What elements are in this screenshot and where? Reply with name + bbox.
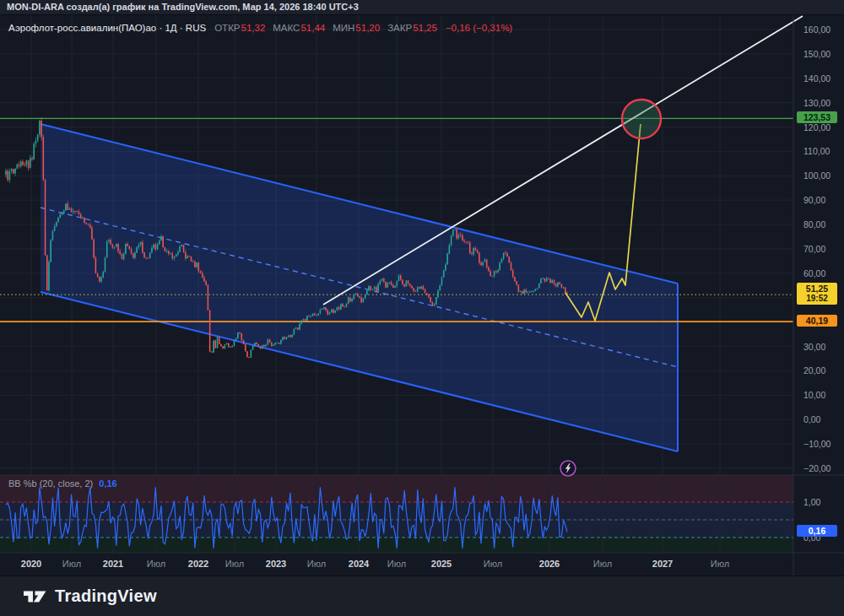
lightning-icon	[559, 459, 577, 478]
price-axis-label: 120,00	[803, 122, 830, 132]
indicator-axis-label: 1,00	[803, 497, 820, 507]
time-axis-label: Июл	[225, 559, 244, 569]
snapshot-attribution-bar: MON-DI-ARA создал(а) график на TradingVi…	[0, 0, 844, 15]
indicator-badge-value: 0,16	[809, 526, 825, 536]
time-axis-label: 2023	[266, 559, 286, 569]
time-axis-label: 2024	[349, 559, 369, 569]
price-axis-label: 160,00	[803, 24, 830, 35]
price-axis-label: 10,00	[803, 390, 825, 400]
time-axis-label: Июл	[307, 559, 326, 569]
ohlc-fields: ОТКР51,32МАКС51,44МИН51,20ЗАКР51,25	[214, 23, 437, 33]
price-axis-label: 140,00	[803, 73, 830, 84]
price-axis-label: 60,00	[803, 268, 825, 278]
price-axis-label: 130,00	[803, 98, 830, 108]
time-axis-label: Июл	[484, 559, 502, 569]
price-axis-label: 110,00	[803, 146, 830, 156]
price-axis-label: 80,00	[803, 219, 825, 230]
price-axis-label: 0,00	[803, 414, 820, 424]
attribution-text: MON-DI-ARA создал(а) график на TradingVi…	[7, 2, 359, 12]
support-price-badge: 40,19	[797, 315, 837, 327]
last-price-badge: 51,25 19:52	[797, 283, 837, 305]
time-axis-label: Июл	[387, 559, 406, 569]
time-axis-label: 2021	[103, 559, 123, 569]
target-circle[interactable]	[622, 100, 661, 138]
tradingview-logo-icon[interactable]	[23, 588, 47, 605]
symbol-legend[interactable]: Аэрофлот-росс.авиалин(ПАО)ао · 1Д · RUS …	[8, 23, 512, 33]
chart-canvas[interactable]	[0, 15, 844, 575]
time-axis-label: Июл	[147, 559, 165, 569]
price-axis-label: 20,00	[803, 365, 825, 376]
time-axis-label: 2026	[539, 559, 560, 569]
target-price-badge: 123,53	[797, 111, 837, 123]
price-axis-label: 70,00	[803, 244, 825, 254]
tradingview-logo-text[interactable]: TradingView	[55, 586, 157, 606]
indicator-value-badge: 0,16	[797, 525, 837, 537]
price-axis-label: −20,00	[803, 463, 830, 473]
tradingview-snapshot: MON-DI-ARA создал(а) график на TradingVi…	[0, 0, 844, 616]
chart-area: Аэрофлот-росс.авиалин(ПАО)ао · 1Д · RUS …	[0, 15, 844, 575]
time-axis-label: 2025	[431, 559, 452, 569]
legend-field: МИН51,20	[333, 23, 380, 33]
last-price-value: 51,25	[797, 284, 837, 294]
time-axis-label: 2027	[652, 559, 673, 569]
indicator-legend[interactable]: BB %b (20, close, 2)0,16	[8, 478, 117, 489]
price-axis-label: 150,00	[803, 49, 830, 59]
price-axis-label: 30,00	[803, 342, 825, 352]
price-axis-label: 90,00	[803, 195, 825, 205]
price-axis-label: 100,00	[803, 170, 830, 181]
indicator-value: 0,16	[99, 478, 116, 489]
support-price-value: 40,19	[806, 316, 828, 326]
legend-field: ЗАКР51,25	[387, 23, 437, 33]
footer-bar: TradingView	[0, 575, 844, 616]
change-value: −0,16 (−0,31%)	[446, 23, 512, 33]
time-axis-label: 2020	[21, 559, 41, 569]
indicator-title: BB %b (20, close, 2)	[8, 478, 93, 489]
price-axis-label: −10,00	[803, 439, 830, 449]
legend-field: МАКС51,44	[273, 23, 325, 33]
lightning-button[interactable]	[559, 459, 577, 478]
time-axis-label: 2022	[188, 559, 208, 569]
bar-countdown: 19:52	[797, 294, 837, 304]
time-axis-label: Июл	[593, 559, 612, 569]
legend-field: ОТКР51,32	[214, 23, 265, 33]
time-axis-label: Июл	[62, 559, 81, 569]
target-price-value: 123,53	[803, 112, 830, 122]
time-axis-label: Июл	[711, 559, 729, 569]
symbol-title[interactable]: Аэрофлот-росс.авиалин(ПАО)ао · 1Д · RUS	[8, 23, 206, 33]
